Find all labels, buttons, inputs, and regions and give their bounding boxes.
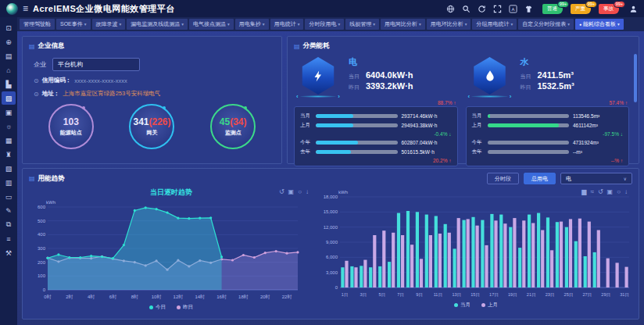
nav-tab[interactable]: 用电环比分析▾: [427, 19, 471, 30]
translate-icon[interactable]: A: [508, 4, 517, 13]
app-header: ≡ AcrelEMS企业微电网能效管理平台 A 普通99+严重99+事故99+: [0, 0, 644, 17]
stat-circles: 103能源站点341(226)网关45(34)监测点: [23, 104, 281, 149]
tower-icon[interactable]: ♜: [2, 148, 16, 161]
credit-code-label: 信用编码：: [42, 77, 72, 84]
header-actions: A 普通99+严重99+事故99+: [445, 4, 638, 14]
energy-trend-panel: ▤ 用能趋势 分时段 总用电 电 ∨ 当日逐时趋势 ↺ ▣ ○ ↓: [22, 168, 639, 320]
nav-tabs: 管理驾驶舱SOE事件▾故障录波▾漏电监测及线缆测温▾电气接点测温▾用电集抄▾用电…: [17, 17, 644, 31]
legend-item[interactable]: 今日: [149, 304, 166, 311]
credit-code-icon: ⊙: [34, 77, 39, 84]
daily-compare-chart[interactable]: 03,0006,0009,00012,00015,00018,000kWh1日3…: [317, 186, 635, 302]
video-icon[interactable]: ▣: [2, 105, 16, 119]
globe-icon[interactable]: [445, 4, 455, 13]
panel-scrollbar[interactable]: [634, 54, 637, 102]
category-value-row: 昨日1532.5m³: [521, 81, 628, 91]
refresh-icon[interactable]: [477, 4, 486, 13]
line-chart-legend[interactable]: 今日昨日: [26, 304, 317, 311]
restore-icon[interactable]: ↺: [598, 188, 603, 195]
nav-tab[interactable]: SOE事件▾: [56, 19, 91, 30]
data-view-icon[interactable]: ▣: [288, 188, 295, 195]
energy-type-select[interactable]: 电 ∨: [560, 173, 632, 184]
refresh-icon[interactable]: ○: [617, 188, 621, 195]
grid-icon[interactable]: ▦: [2, 134, 16, 147]
legend-item[interactable]: 上月: [481, 302, 498, 309]
refresh-icon[interactable]: ○: [298, 188, 302, 195]
legend-item[interactable]: 昨日: [177, 304, 193, 311]
stat-circle: 103能源站点: [48, 104, 94, 149]
svg-text:3日: 3日: [360, 292, 367, 298]
nav-tab[interactable]: 电气接点测温▾: [189, 19, 234, 30]
svg-text:100: 100: [38, 273, 46, 278]
restore-icon[interactable]: ↺: [279, 188, 284, 195]
hourly-trend-chart[interactable]: 0100200300400500600kWh0时2时4时6时8时10时12时14…: [26, 198, 317, 304]
svg-text:6,000: 6,000: [326, 255, 338, 259]
svg-text:11日: 11日: [434, 292, 442, 298]
download-icon[interactable]: ↓: [624, 188, 628, 195]
svg-text:kWh: kWh: [338, 190, 348, 195]
enterprise-panel-title: ▤ 企业信息: [23, 37, 281, 51]
svg-text:10时: 10时: [152, 295, 162, 299]
nav-tab[interactable]: 用电同比分析▾: [381, 19, 425, 30]
nav-tab[interactable]: 自定义分时段报表▾: [518, 19, 574, 30]
nav-tab[interactable]: 分组用电统计▾: [472, 19, 517, 30]
keyboard-icon[interactable]: ▥: [2, 176, 16, 189]
nav-tab[interactable]: 故障录波▾: [92, 19, 126, 30]
user-icon[interactable]: [628, 4, 638, 13]
bar-chart-legend[interactable]: 当月上月: [317, 302, 635, 309]
svg-text:600: 600: [38, 205, 46, 209]
company-select[interactable]: 平台机构: [52, 58, 140, 71]
address-icon: ⊙: [34, 91, 39, 98]
alarm-badge[interactable]: 事故99+: [599, 4, 619, 14]
nav-tab[interactable]: 管理驾驶舱: [20, 19, 55, 30]
menu-toggle-icon[interactable]: ≡: [23, 4, 28, 13]
svg-text:12,000: 12,000: [324, 225, 338, 230]
meter-row: 今年4731924m³: [472, 139, 624, 146]
svg-text:22时: 22时: [282, 295, 292, 299]
media-chart-icon[interactable]: ▨: [2, 91, 16, 105]
interval-button[interactable]: 分时段: [487, 173, 519, 184]
nav-tab[interactable]: 用电统计▾: [270, 19, 304, 30]
svg-text:15,000: 15,000: [324, 209, 338, 214]
bulb-icon[interactable]: ☼: [2, 120, 16, 133]
alarm-badge[interactable]: 普通99+: [542, 4, 563, 14]
document-icon[interactable]: ≡: [2, 232, 16, 245]
nav-tab[interactable]: 漏电监测及线缆测温▾: [127, 19, 188, 30]
year-change: --% ↑: [472, 158, 624, 163]
svg-text:25日: 25日: [564, 292, 574, 298]
alarm-badge[interactable]: 严重99+: [571, 4, 591, 14]
water-drop-icon: ‹›: [467, 55, 513, 100]
theme-icon[interactable]: [524, 4, 533, 13]
category-value-row: 昨日3393.2kW·h: [349, 81, 456, 91]
calendar-icon[interactable]: ▧: [2, 162, 16, 175]
battery-icon[interactable]: ▭: [2, 190, 16, 203]
monitor-icon[interactable]: ⊡: [2, 21, 16, 34]
day-change: 88.7% ↑: [294, 100, 456, 105]
svg-text:16时: 16时: [216, 295, 227, 299]
copy-icon[interactable]: ⧉: [2, 218, 16, 231]
svg-text:0: 0: [335, 285, 338, 290]
meter-row: 上月4611142m³: [472, 122, 624, 129]
nav-tab[interactable]: ●能耗综合看板▾: [575, 19, 624, 30]
folder-icon[interactable]: ▤: [2, 49, 16, 62]
search-icon[interactable]: [461, 4, 470, 13]
edit-icon[interactable]: ✎: [2, 204, 16, 217]
globe-icon[interactable]: ⊕: [2, 35, 16, 48]
energy-panel-title: ▤ 分类能耗: [288, 37, 639, 51]
legend-item[interactable]: 当月: [454, 302, 470, 309]
fullscreen-icon[interactable]: [492, 4, 502, 13]
nav-tab[interactable]: 线损管理▾: [345, 19, 379, 30]
nav-tab[interactable]: 用电集抄▾: [235, 19, 269, 30]
download-icon[interactable]: ↓: [306, 188, 309, 195]
bar-type-icon[interactable]: ▆: [581, 188, 586, 195]
svg-text:8时: 8时: [131, 295, 138, 299]
svg-text:15日: 15日: [470, 292, 480, 298]
building-icon[interactable]: ⌂: [2, 63, 16, 77]
bar-chart-icon[interactable]: ▙: [2, 77, 16, 91]
panel-title-icon: ▤: [294, 43, 300, 50]
line-type-icon[interactable]: ≈: [591, 188, 594, 195]
panel-title-icon: ▤: [29, 43, 35, 50]
data-view-icon[interactable]: ▣: [607, 188, 614, 195]
tools-icon[interactable]: ⚒: [2, 246, 16, 259]
nav-tab[interactable]: 分时段用电▾: [305, 19, 344, 30]
total-electricity-button[interactable]: 总用电: [524, 173, 556, 184]
